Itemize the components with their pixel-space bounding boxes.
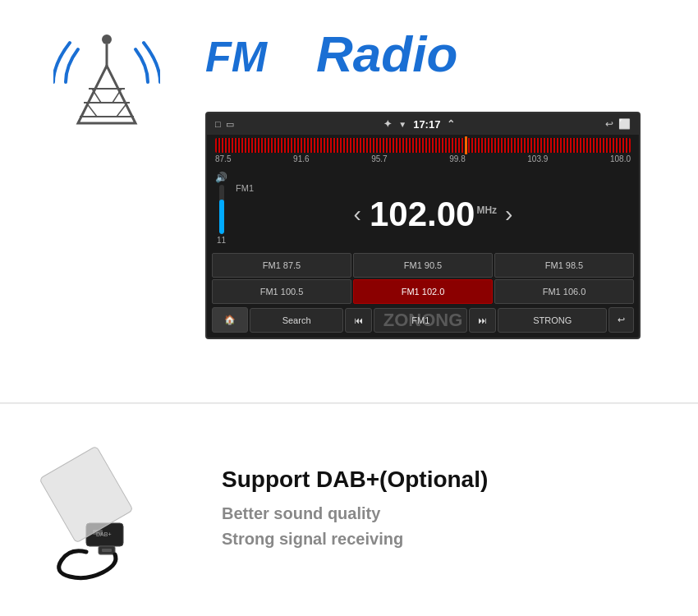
status-left: □ ▭: [215, 119, 234, 130]
volume-bar: [219, 185, 224, 234]
radio-controls: 🏠 Search ⏮ FM1 ⏭ STRONG ↩ ZONONG: [212, 307, 634, 333]
volume-fill: [219, 200, 224, 234]
strong-button[interactable]: STRONG: [498, 308, 607, 333]
preset-button-1[interactable]: FM1 90.5: [353, 253, 493, 278]
freq-label-957: 95.7: [371, 154, 387, 163]
freq-label-916: 91.6: [293, 154, 309, 163]
radio-tower-icon: [53, 25, 160, 131]
band-label: FM1: [236, 183, 631, 193]
freq-label-998: 99.8: [449, 154, 465, 163]
status-center: ✦ ▼ 17:17 ⌃: [383, 118, 455, 131]
device-screen: □ ▭ ✦ ▼ 17:17 ⌃ ↩ ⬜: [205, 112, 641, 339]
nav-icon: □: [215, 119, 221, 129]
status-right: ↩ ⬜: [605, 118, 631, 130]
volume-level: 11: [217, 236, 226, 245]
back-button[interactable]: ↩: [608, 307, 634, 333]
frequency-bar: [215, 138, 631, 153]
svg-marker-2: [78, 66, 135, 123]
status-bar: □ ▭ ✦ ▼ 17:17 ⌃ ↩ ⬜: [207, 113, 639, 135]
dab-feature-0: Better sound quality: [222, 504, 673, 523]
dab-device-icon: DAB+: [37, 433, 193, 589]
menu-icon: ▭: [226, 119, 234, 130]
prev-button[interactable]: ⏮: [345, 308, 372, 333]
svg-line-6: [92, 89, 101, 103]
svg-text:DAB+: DAB+: [96, 531, 111, 537]
freq-label-875: 87.5: [215, 154, 231, 163]
fm-label: FM: [205, 32, 267, 81]
frequency-value-row: ‹ 102.00MHz ›: [236, 195, 631, 234]
next-button[interactable]: ⏭: [469, 308, 496, 333]
frequency-display: FM1 ‹ 102.00MHz ›: [236, 183, 631, 234]
preset-grid: FM1 87.5 FM1 90.5 FM1 98.5 FM1 100.5 FM1…: [212, 253, 634, 304]
title-row: FM Radio: [189, 16, 673, 83]
top-section: FM Radio □ ▭ ✦ ▼ 17:17 ⌃ ↩ ⬜: [0, 0, 698, 402]
bottom-section: DAB+ Support DAB+(Optional) Better sound…: [0, 403, 698, 616]
search-button[interactable]: Search: [250, 308, 343, 333]
frequency-labels: 87.5 91.6 95.7 99.8 103.9 108.0: [207, 153, 639, 165]
volume-area: 🔊 11: [215, 172, 227, 245]
preset-button-3[interactable]: FM1 100.5: [212, 279, 351, 304]
back-nav-icon: ↩: [605, 118, 613, 130]
signal-icon: ▼: [398, 120, 406, 129]
time-display: 17:17: [413, 118, 440, 131]
freq-prev-arrow[interactable]: ‹: [354, 201, 361, 228]
home-button[interactable]: 🏠: [212, 307, 248, 333]
fm-radio-section: FM Radio □ ▭ ✦ ▼ 17:17 ⌃ ↩ ⬜: [189, 16, 673, 339]
frequency-number: 102.00MHz: [370, 195, 497, 234]
bluetooth-icon: ✦: [383, 118, 392, 130]
freq-label-108: 108.0: [610, 154, 631, 163]
freq-unit: MHz: [476, 205, 497, 216]
freq-next-arrow[interactable]: ›: [505, 201, 512, 228]
dab-title: Support DAB+(Optional): [222, 467, 673, 493]
fm-button[interactable]: FM1: [374, 308, 467, 333]
radio-label: Radio: [316, 25, 457, 83]
svg-line-9: [117, 103, 127, 117]
freq-label-1039: 103.9: [527, 154, 548, 163]
preset-button-5[interactable]: FM1 106.0: [494, 279, 634, 304]
svg-point-0: [102, 34, 112, 44]
radio-main: 🔊 11 FM1 ‹ 102.00MHz ›: [207, 167, 639, 250]
dab-feature-1: Strong signal receiving: [222, 530, 673, 549]
home-nav-icon: ⬜: [618, 118, 631, 130]
svg-line-7: [113, 89, 122, 103]
volume-icon: 🔊: [215, 172, 227, 183]
preset-button-4[interactable]: FM1 102.0: [353, 279, 493, 304]
svg-line-8: [86, 103, 97, 117]
svg-rect-14: [102, 549, 112, 552]
preset-button-2[interactable]: FM1 98.5: [494, 253, 634, 278]
tower-icon-area: [25, 16, 189, 131]
dab-image-area: DAB+: [25, 433, 205, 589]
preset-button-0[interactable]: FM1 87.5: [212, 253, 351, 278]
frequency-slider-container: 87.5 91.6 95.7 99.8 103.9 108.0: [207, 135, 639, 167]
expand-icon: ⌃: [447, 118, 455, 130]
frequency-indicator: [465, 136, 467, 154]
dab-text-area: Support DAB+(Optional) Better sound qual…: [205, 467, 673, 555]
